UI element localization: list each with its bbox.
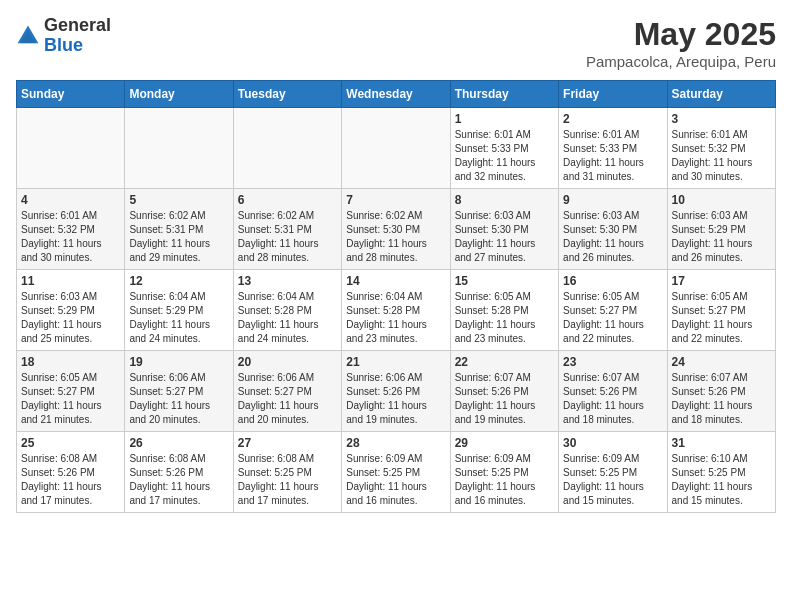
day-info: Sunrise: 6:03 AM Sunset: 5:29 PM Dayligh… (21, 290, 120, 346)
calendar-cell (233, 108, 341, 189)
calendar-cell: 13Sunrise: 6:04 AM Sunset: 5:28 PM Dayli… (233, 270, 341, 351)
calendar-cell: 12Sunrise: 6:04 AM Sunset: 5:29 PM Dayli… (125, 270, 233, 351)
day-info: Sunrise: 6:05 AM Sunset: 5:27 PM Dayligh… (21, 371, 120, 427)
day-info: Sunrise: 6:01 AM Sunset: 5:33 PM Dayligh… (455, 128, 554, 184)
calendar-body: 1Sunrise: 6:01 AM Sunset: 5:33 PM Daylig… (17, 108, 776, 513)
week-row-5: 25Sunrise: 6:08 AM Sunset: 5:26 PM Dayli… (17, 432, 776, 513)
calendar-cell: 26Sunrise: 6:08 AM Sunset: 5:26 PM Dayli… (125, 432, 233, 513)
calendar-cell: 10Sunrise: 6:03 AM Sunset: 5:29 PM Dayli… (667, 189, 775, 270)
calendar-cell (125, 108, 233, 189)
calendar-cell: 27Sunrise: 6:08 AM Sunset: 5:25 PM Dayli… (233, 432, 341, 513)
calendar-cell: 30Sunrise: 6:09 AM Sunset: 5:25 PM Dayli… (559, 432, 667, 513)
day-info: Sunrise: 6:02 AM Sunset: 5:30 PM Dayligh… (346, 209, 445, 265)
day-number: 21 (346, 355, 445, 369)
calendar-table: SundayMondayTuesdayWednesdayThursdayFrid… (16, 80, 776, 513)
calendar-cell: 16Sunrise: 6:05 AM Sunset: 5:27 PM Dayli… (559, 270, 667, 351)
day-info: Sunrise: 6:06 AM Sunset: 5:27 PM Dayligh… (238, 371, 337, 427)
calendar-cell: 8Sunrise: 6:03 AM Sunset: 5:30 PM Daylig… (450, 189, 558, 270)
day-header-saturday: Saturday (667, 81, 775, 108)
day-info: Sunrise: 6:06 AM Sunset: 5:27 PM Dayligh… (129, 371, 228, 427)
day-number: 14 (346, 274, 445, 288)
calendar-cell: 14Sunrise: 6:04 AM Sunset: 5:28 PM Dayli… (342, 270, 450, 351)
day-number: 4 (21, 193, 120, 207)
calendar-cell: 11Sunrise: 6:03 AM Sunset: 5:29 PM Dayli… (17, 270, 125, 351)
calendar-cell: 24Sunrise: 6:07 AM Sunset: 5:26 PM Dayli… (667, 351, 775, 432)
day-info: Sunrise: 6:05 AM Sunset: 5:27 PM Dayligh… (563, 290, 662, 346)
week-row-2: 4Sunrise: 6:01 AM Sunset: 5:32 PM Daylig… (17, 189, 776, 270)
day-number: 5 (129, 193, 228, 207)
day-number: 6 (238, 193, 337, 207)
day-number: 13 (238, 274, 337, 288)
day-number: 23 (563, 355, 662, 369)
day-number: 25 (21, 436, 120, 450)
calendar-cell: 7Sunrise: 6:02 AM Sunset: 5:30 PM Daylig… (342, 189, 450, 270)
logo-text: General Blue (44, 16, 111, 56)
location: Pampacolca, Arequipa, Peru (586, 53, 776, 70)
calendar-cell: 29Sunrise: 6:09 AM Sunset: 5:25 PM Dayli… (450, 432, 558, 513)
day-info: Sunrise: 6:06 AM Sunset: 5:26 PM Dayligh… (346, 371, 445, 427)
day-number: 27 (238, 436, 337, 450)
day-info: Sunrise: 6:08 AM Sunset: 5:26 PM Dayligh… (21, 452, 120, 508)
day-number: 11 (21, 274, 120, 288)
day-number: 28 (346, 436, 445, 450)
calendar-cell: 22Sunrise: 6:07 AM Sunset: 5:26 PM Dayli… (450, 351, 558, 432)
day-number: 26 (129, 436, 228, 450)
day-info: Sunrise: 6:03 AM Sunset: 5:29 PM Dayligh… (672, 209, 771, 265)
week-row-1: 1Sunrise: 6:01 AM Sunset: 5:33 PM Daylig… (17, 108, 776, 189)
day-number: 24 (672, 355, 771, 369)
day-info: Sunrise: 6:03 AM Sunset: 5:30 PM Dayligh… (563, 209, 662, 265)
day-number: 2 (563, 112, 662, 126)
logo: General Blue (16, 16, 111, 56)
day-number: 8 (455, 193, 554, 207)
day-info: Sunrise: 6:09 AM Sunset: 5:25 PM Dayligh… (346, 452, 445, 508)
day-header-wednesday: Wednesday (342, 81, 450, 108)
day-info: Sunrise: 6:07 AM Sunset: 5:26 PM Dayligh… (455, 371, 554, 427)
day-info: Sunrise: 6:02 AM Sunset: 5:31 PM Dayligh… (238, 209, 337, 265)
day-info: Sunrise: 6:01 AM Sunset: 5:32 PM Dayligh… (672, 128, 771, 184)
calendar-cell: 1Sunrise: 6:01 AM Sunset: 5:33 PM Daylig… (450, 108, 558, 189)
day-info: Sunrise: 6:05 AM Sunset: 5:27 PM Dayligh… (672, 290, 771, 346)
day-info: Sunrise: 6:08 AM Sunset: 5:25 PM Dayligh… (238, 452, 337, 508)
week-row-4: 18Sunrise: 6:05 AM Sunset: 5:27 PM Dayli… (17, 351, 776, 432)
calendar-cell (342, 108, 450, 189)
title-block: May 2025 Pampacolca, Arequipa, Peru (586, 16, 776, 70)
calendar-cell: 6Sunrise: 6:02 AM Sunset: 5:31 PM Daylig… (233, 189, 341, 270)
day-info: Sunrise: 6:03 AM Sunset: 5:30 PM Dayligh… (455, 209, 554, 265)
calendar-cell (17, 108, 125, 189)
day-number: 15 (455, 274, 554, 288)
day-header-monday: Monday (125, 81, 233, 108)
day-number: 30 (563, 436, 662, 450)
logo-blue: Blue (44, 36, 111, 56)
day-number: 10 (672, 193, 771, 207)
calendar-cell: 5Sunrise: 6:02 AM Sunset: 5:31 PM Daylig… (125, 189, 233, 270)
day-number: 17 (672, 274, 771, 288)
day-info: Sunrise: 6:01 AM Sunset: 5:32 PM Dayligh… (21, 209, 120, 265)
page-header: General Blue May 2025 Pampacolca, Arequi… (16, 16, 776, 70)
day-number: 29 (455, 436, 554, 450)
day-header-tuesday: Tuesday (233, 81, 341, 108)
calendar-cell: 28Sunrise: 6:09 AM Sunset: 5:25 PM Dayli… (342, 432, 450, 513)
day-info: Sunrise: 6:01 AM Sunset: 5:33 PM Dayligh… (563, 128, 662, 184)
day-number: 19 (129, 355, 228, 369)
day-info: Sunrise: 6:02 AM Sunset: 5:31 PM Dayligh… (129, 209, 228, 265)
calendar-cell: 20Sunrise: 6:06 AM Sunset: 5:27 PM Dayli… (233, 351, 341, 432)
calendar-cell: 17Sunrise: 6:05 AM Sunset: 5:27 PM Dayli… (667, 270, 775, 351)
day-number: 18 (21, 355, 120, 369)
day-info: Sunrise: 6:08 AM Sunset: 5:26 PM Dayligh… (129, 452, 228, 508)
calendar-cell: 23Sunrise: 6:07 AM Sunset: 5:26 PM Dayli… (559, 351, 667, 432)
day-number: 16 (563, 274, 662, 288)
calendar-cell: 4Sunrise: 6:01 AM Sunset: 5:32 PM Daylig… (17, 189, 125, 270)
day-number: 1 (455, 112, 554, 126)
day-header-friday: Friday (559, 81, 667, 108)
day-info: Sunrise: 6:09 AM Sunset: 5:25 PM Dayligh… (455, 452, 554, 508)
month-year: May 2025 (586, 16, 776, 53)
day-header-thursday: Thursday (450, 81, 558, 108)
calendar-cell: 25Sunrise: 6:08 AM Sunset: 5:26 PM Dayli… (17, 432, 125, 513)
day-info: Sunrise: 6:07 AM Sunset: 5:26 PM Dayligh… (672, 371, 771, 427)
day-info: Sunrise: 6:05 AM Sunset: 5:28 PM Dayligh… (455, 290, 554, 346)
day-number: 3 (672, 112, 771, 126)
day-number: 22 (455, 355, 554, 369)
calendar-cell: 31Sunrise: 6:10 AM Sunset: 5:25 PM Dayli… (667, 432, 775, 513)
week-row-3: 11Sunrise: 6:03 AM Sunset: 5:29 PM Dayli… (17, 270, 776, 351)
calendar-header: SundayMondayTuesdayWednesdayThursdayFrid… (17, 81, 776, 108)
